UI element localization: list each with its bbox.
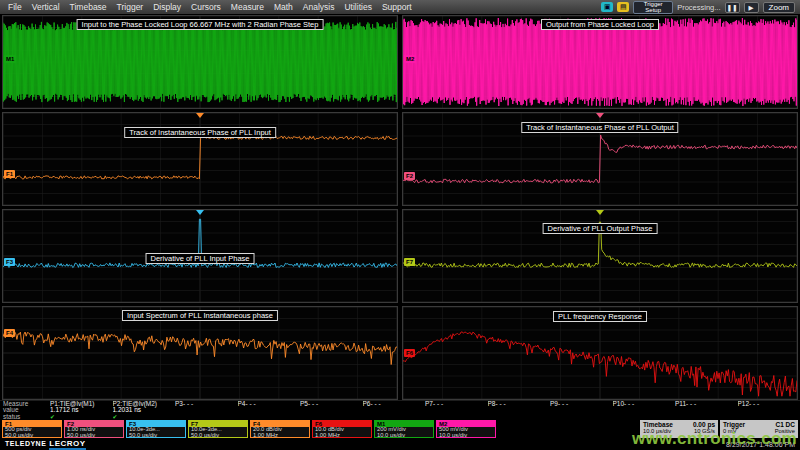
panel-pll-frequency-response[interactable]: PLL frequency Response F6 [402,306,798,400]
descriptor-timebase: 10.0 μs/div [375,433,433,438]
trigger-setup-line2: Setup [645,7,661,13]
measure-column-p12[interactable]: P12- - - [738,401,800,419]
step-position-marker [196,113,204,118]
trace-tag: M2 [404,55,416,63]
measure-row-labels: Measurevaluestatus [0,401,50,419]
trace-tag: F4 [4,329,15,337]
measure-name: P3- - - [175,401,238,407]
panel-output-phase-derivative[interactable]: Derivative of PLL Output Phase F7 [402,209,798,303]
trace-title: Track of Instantaneous Phase of PLL Outp… [521,122,678,133]
measure-column-p9[interactable]: P9- - - [550,401,613,419]
trigger-box[interactable]: Trigger C1 DC 0 mV Positive [720,420,798,438]
pause-button[interactable]: ❚❚ [725,2,740,13]
descriptor-timebase: 50.0 μs/div [65,433,123,438]
measure-column-p2[interactable]: P2:TIE@lv(M2)1.2031 ns✔ [113,401,176,419]
trace-title: Derivative of PLL Input Phase [146,253,255,264]
descriptor-box-f2[interactable]: F21.00 ns/div50.0 μs/div [64,420,124,438]
descriptor-timebase: 10.0 μs/div [437,433,495,438]
measure-column-p3[interactable]: P3- - - [175,401,238,419]
menu-measure[interactable]: Measure [226,2,269,12]
menu-utilities[interactable]: Utilities [339,2,376,12]
descriptor-box-m1[interactable]: M1200 mV/div10.0 μs/div [374,420,434,438]
descriptor-box-f6[interactable]: F610.0 dB/div1.00 MHz [312,420,372,438]
trace-title: Input to the Phase Locked Loop 66.667 MH… [77,19,324,30]
menu-display[interactable]: Display [148,2,186,12]
display-status-icon[interactable]: ▣ [601,2,613,12]
trace-tag: F1 [4,170,15,178]
measure-column-p5[interactable]: P5- - - [300,401,363,419]
measure-name: P4- - - [238,401,301,407]
menu-analysis[interactable]: Analysis [298,2,340,12]
timebase-offset: 0.00 ps [693,421,715,428]
timebase-box[interactable]: Timebase 0.00 ps 10.0 μs/div 10 GS/s [640,420,718,438]
step-position-marker [596,113,604,118]
descriptor-timebase: 50.0 μs/div [189,433,247,438]
step-position-marker [196,210,204,215]
timebase-samplerate: 10 GS/s [694,428,715,434]
topbar-right-cluster: ▣ ▤ Trigger Setup Processing... ❚❚ ▶ Zoo… [601,1,797,14]
timebase-scale: 10.0 μs/div [643,428,671,434]
teledyne-lecroy-logo: TELEDYNE LECROY [5,439,86,450]
panel-input-phase-spectrum[interactable]: Input Spectrum of PLL Instantaneous phas… [2,306,398,400]
processing-status: Processing... [677,3,720,12]
descriptor-timebase: 1.00 MHz [251,433,309,438]
trigger-source: C1 DC [775,421,795,428]
trace-title: Input Spectrum of PLL Instantaneous phas… [122,310,278,321]
panel-input-phase-derivative[interactable]: Derivative of PLL Input Phase F3 [2,209,398,303]
trace-tag: F2 [404,172,415,180]
panel-input-phase-track[interactable]: Track of Instantaneous Phase of PLL Inpu… [2,112,398,206]
zoom-button[interactable]: Zoom [763,2,795,13]
step-position-marker [596,210,604,215]
descriptor-timebase: 50.0 μs/div [127,433,185,438]
menu-math[interactable]: Math [269,2,298,12]
measure-name: P11- - - [675,401,738,407]
measure-column-p11[interactable]: P11- - - [675,401,738,419]
trace-title: PLL frequency Response [553,311,647,322]
descriptor-box-f7[interactable]: F710.0e-3de...50.0 μs/div [188,420,248,438]
menu-support[interactable]: Support [377,2,417,12]
descriptor-timebase: 50.0 μs/div [3,433,61,438]
descriptor-box-f4[interactable]: F420.0 dB/div1.00 MHz [250,420,310,438]
measure-column-p8[interactable]: P8- - - [488,401,551,419]
brand-teledyne: TELEDYNE [5,440,46,447]
panel-output-phase-track[interactable]: Track of Instantaneous Phase of PLL Outp… [402,112,798,206]
measure-column-p4[interactable]: P4- - - [238,401,301,419]
trigger-label: Trigger [723,421,745,428]
brand-lecroy: LECROY [49,439,85,450]
menu-bar: File Vertical Timebase Trigger Display C… [0,0,800,14]
measure-column-p10[interactable]: P10- - - [613,401,676,419]
measure-column-p1[interactable]: P1:TIE@lv(M1)1.1712 ns✔ [50,401,113,419]
trace-title: Track of Instantaneous Phase of PLL Inpu… [124,127,276,138]
descriptor-box-f3[interactable]: F310.0e-3de...50.0 μs/div [126,420,186,438]
waveform-trace [3,136,397,179]
trigger-slope: Positive [775,428,795,434]
panel-pll-input-carrier[interactable]: Input to the Phase Locked Loop 66.667 MH… [2,15,398,109]
menu-cursors[interactable]: Cursors [186,2,226,12]
measure-column-p7[interactable]: P7- - - [425,401,488,419]
measure-name: P7- - - [425,401,488,407]
descriptor-box-f1[interactable]: F1500 ps/div50.0 μs/div [2,420,62,438]
menu-vertical[interactable]: Vertical [27,2,65,12]
measure-table: MeasurevaluestatusP1:TIE@lv(M1)1.1712 ns… [0,400,800,419]
oscilloscope-app: File Vertical Timebase Trigger Display C… [0,0,800,450]
descriptor-box-m2[interactable]: M2500 mV/div10.0 μs/div [436,420,496,438]
menu-timebase[interactable]: Timebase [65,2,112,12]
measure-column-p6[interactable]: P6- - - [363,401,426,419]
trace-tag: F3 [4,258,15,266]
menu-trigger[interactable]: Trigger [112,2,149,12]
menu-file[interactable]: File [3,2,27,12]
descriptor-timebase: 1.00 MHz [313,433,371,438]
trigger-setup-button[interactable]: Trigger Setup [633,1,673,14]
warning-status-icon[interactable]: ▤ [617,2,629,12]
measure-name: P5- - - [300,401,363,407]
trace-tag: F6 [404,349,415,357]
descriptor-bar: F1500 ps/div50.0 μs/divF21.00 ns/div50.0… [0,419,800,439]
trigger-level: 0 mV [723,428,737,434]
trace-tag: M1 [4,55,16,63]
play-button[interactable]: ▶ [744,2,759,13]
trace-title: Derivative of PLL Output Phase [543,223,658,234]
trace-descriptor-boxes: F1500 ps/div50.0 μs/divF21.00 ns/div50.0… [2,420,496,438]
panel-pll-output-carrier[interactable]: Output from Phase Locked Loop M2 [402,15,798,109]
measure-name: P12- - - [738,401,800,407]
trace-tag: F7 [404,258,415,266]
